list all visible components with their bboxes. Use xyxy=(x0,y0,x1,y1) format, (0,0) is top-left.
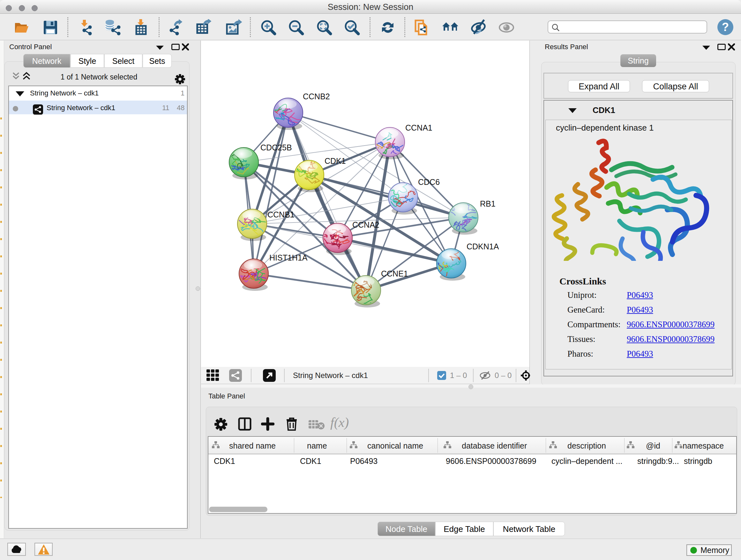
svg-text:CCNE1: CCNE1 xyxy=(381,269,408,278)
svg-text:CCNB2: CCNB2 xyxy=(303,92,330,101)
svg-text:HIST1H1A: HIST1H1A xyxy=(269,253,308,262)
svg-text:CDC25B: CDC25B xyxy=(260,143,292,152)
svg-text:CCNA1: CCNA1 xyxy=(405,123,432,132)
svg-text:?: ? xyxy=(722,20,729,34)
svg-text:CCNB1: CCNB1 xyxy=(267,210,294,219)
svg-text:CCNA2: CCNA2 xyxy=(352,220,380,229)
svg-text:CDC6: CDC6 xyxy=(418,178,440,186)
svg-text:CDKN1A: CDKN1A xyxy=(467,242,499,251)
svg-text:RB1: RB1 xyxy=(480,199,495,208)
svg-text:CDK1: CDK1 xyxy=(325,157,346,165)
